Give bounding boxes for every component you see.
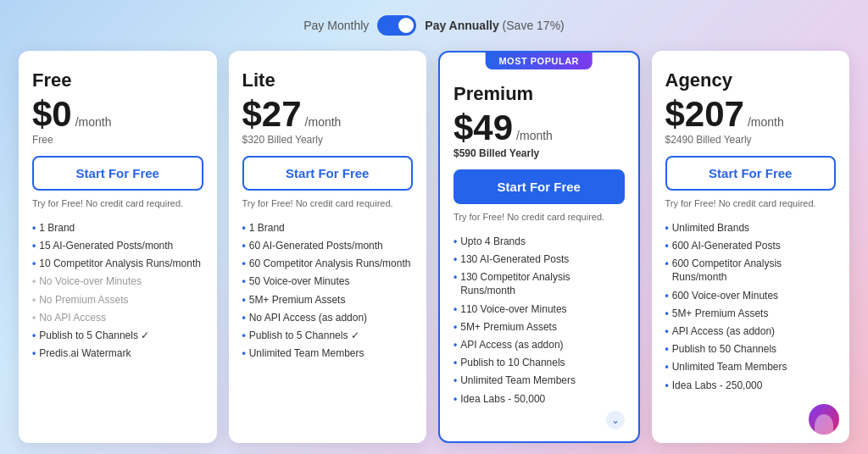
plans-container: Free $0 /month FreeStart For FreeTry for… (19, 51, 849, 443)
price-billed-agency: $2490 Billed Yearly (665, 134, 837, 147)
feature-item: Unlimited Brands (665, 219, 837, 236)
plan-card-lite: Lite $27 /month $320 Billed YearlyStart … (229, 51, 427, 443)
feature-item: 60 Competitor Analysis Runs/month (242, 255, 414, 273)
try-free-text-agency: Try for Free! No credit card required. (665, 197, 837, 210)
feature-item: Idea Labs - 50,000 (453, 390, 625, 407)
features-list-lite: 1 Brand60 AI-Generated Posts/month60 Com… (242, 219, 414, 431)
feature-item: 130 Competitor Analysis Runs/month (453, 269, 625, 300)
plan-card-premium: MOST POPULARPremium $49 /month $590 Bill… (438, 51, 640, 443)
feature-item: No API Access (32, 308, 203, 326)
price-amount-agency: $207 (665, 97, 744, 132)
features-list-premium: Upto 4 Brands130 AI-Generated Posts130 C… (453, 232, 625, 407)
feature-item: 10 Competitor Analysis Runs/month (32, 255, 203, 273)
feature-item: Unlimited Team Members (453, 372, 625, 390)
plan-name-premium: Premium (453, 83, 625, 105)
feature-item: 5M+ Premium Assets (453, 318, 625, 335)
feature-item: Upto 4 Brands (453, 232, 625, 250)
plan-price-premium: $49 /month (453, 110, 625, 146)
try-free-text-lite: Try for Free! No credit card required. (242, 197, 414, 210)
expand-chevron-premium[interactable]: ⌄ (606, 411, 625, 429)
cta-button-free[interactable]: Start For Free (32, 156, 203, 191)
feature-item: No Premium Assets (32, 291, 203, 308)
try-free-text-premium: Try for Free! No credit card required. (453, 211, 625, 224)
feature-item: API Access (as addon) (453, 336, 625, 354)
avatar (809, 404, 839, 435)
feature-item: 600 Voice-over Minutes (665, 286, 837, 304)
price-amount-free: $0 (32, 97, 72, 132)
feature-item: 5M+ Premium Assets (242, 291, 414, 308)
most-popular-badge: MOST POPULAR (485, 53, 593, 69)
plan-price-free: $0 /month (32, 97, 203, 132)
pay-monthly-label: Pay Monthly (303, 19, 369, 32)
price-billed-free: Free (32, 134, 203, 147)
feature-item: Publish to 5 Channels ✓ (242, 327, 414, 345)
price-period-premium: /month (516, 129, 553, 142)
feature-item: 600 AI-Generated Posts (665, 237, 837, 255)
price-billed-lite: $320 Billed Yearly (242, 134, 414, 147)
save-badge: (Save 17%) (503, 19, 565, 32)
plan-name-lite: Lite (242, 69, 414, 91)
feature-item: Idea Labs - 250,000 (665, 376, 837, 394)
feature-item: 110 Voice-over Minutes (453, 300, 625, 318)
feature-item: 5M+ Premium Assets (665, 304, 837, 322)
feature-item: 1 Brand (32, 219, 203, 236)
feature-item: No API Access (as addon) (242, 308, 414, 326)
feature-item: Unlimited Team Members (665, 358, 837, 376)
feature-item: 130 AI-Generated Posts (453, 251, 625, 269)
cta-button-premium[interactable]: Start For Free (453, 169, 625, 204)
try-free-text-free: Try for Free! No credit card required. (32, 197, 203, 210)
pay-annually-label: Pay Annually (Save 17%) (425, 19, 564, 32)
price-amount-premium: $49 (453, 110, 513, 146)
feature-item: Predis.ai Watermark (32, 345, 203, 363)
price-period-lite: /month (305, 115, 342, 129)
feature-item: 600 Competitor Analysis Runs/month (665, 255, 837, 286)
feature-item: Publish to 10 Channels (453, 354, 625, 372)
plan-price-agency: $207 /month (665, 97, 837, 132)
feature-item: 50 Voice-over Minutes (242, 273, 414, 291)
plan-name-agency: Agency (665, 69, 837, 91)
features-list-free: 1 Brand15 AI-Generated Posts/month10 Com… (32, 219, 203, 431)
price-amount-lite: $27 (242, 97, 302, 132)
price-period-free: /month (75, 115, 112, 129)
feature-item: 1 Brand (242, 219, 414, 236)
feature-item: 15 AI-Generated Posts/month (32, 237, 203, 255)
price-period-agency: /month (748, 115, 784, 129)
plan-card-free: Free $0 /month FreeStart For FreeTry for… (19, 51, 217, 443)
feature-item: Publish to 50 Channels (665, 340, 837, 358)
cta-button-agency[interactable]: Start For Free (665, 156, 837, 191)
feature-item: No Voice-over Minutes (32, 273, 203, 291)
billing-toggle: Pay Monthly Pay Annually (Save 17%) (303, 15, 565, 36)
plan-name-free: Free (32, 69, 203, 91)
feature-item: 60 AI-Generated Posts/month (242, 237, 414, 255)
expand-section-premium: ⌄ (453, 411, 625, 429)
cta-button-lite[interactable]: Start For Free (242, 156, 414, 191)
plan-price-lite: $27 /month (242, 97, 414, 132)
features-list-agency: Unlimited Brands600 AI-Generated Posts60… (665, 219, 837, 409)
plan-card-agency: Agency $207 /month $2490 Billed YearlySt… (652, 51, 850, 443)
feature-item: API Access (as addon) (665, 323, 837, 340)
feature-item: Publish to 5 Channels ✓ (32, 327, 203, 345)
price-billed-premium: $590 Billed Yearly (453, 147, 625, 161)
billing-toggle-switch[interactable] (377, 15, 416, 36)
feature-item: Unlimited Team Members (242, 345, 414, 363)
